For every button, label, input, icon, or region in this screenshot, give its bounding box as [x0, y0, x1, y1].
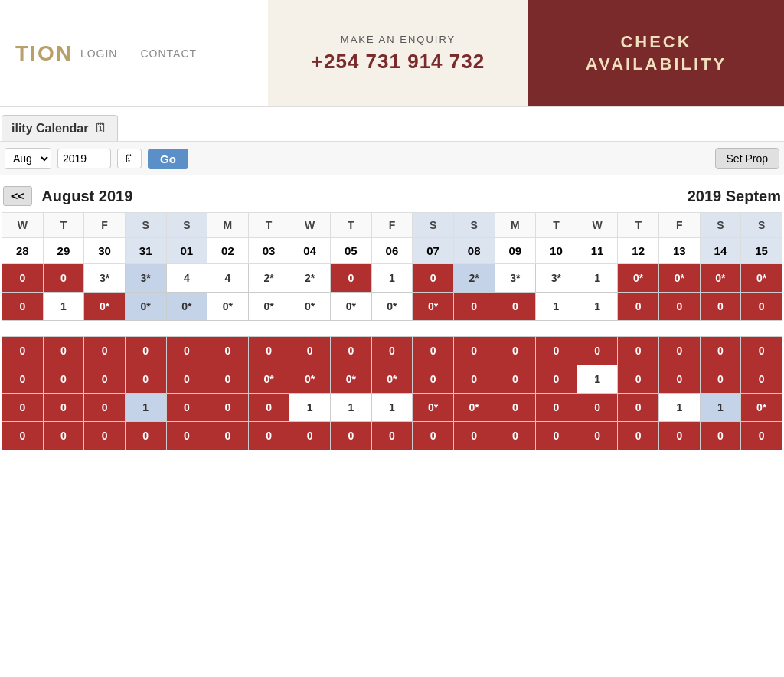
day-header: T: [248, 213, 289, 238]
avail-cell: 0: [125, 422, 166, 450]
nav-login[interactable]: LOGIN: [80, 47, 118, 60]
date-cell[interactable]: 12: [618, 238, 659, 264]
date-cell[interactable]: 10: [536, 238, 577, 264]
avail-cell: 0: [453, 337, 495, 365]
avail-cell: 0: [2, 337, 44, 365]
year-input[interactable]: [57, 149, 111, 168]
avail-cell: 0*: [453, 394, 495, 422]
avail-cell: 0: [618, 337, 659, 365]
avail-cell: 0: [166, 365, 207, 394]
avail-cell: 0: [536, 365, 577, 394]
date-cell[interactable]: 07: [413, 238, 454, 264]
avail-cell: 0: [371, 337, 413, 365]
check-availability-section[interactable]: CHECKAVAILABILITY: [528, 0, 784, 106]
date-cell[interactable]: 01: [166, 238, 207, 264]
avail-cell: 0*: [659, 264, 701, 293]
go-button[interactable]: Go: [148, 149, 188, 169]
set-property-button[interactable]: Set Prop: [715, 148, 779, 169]
avail-cell: 0: [453, 365, 495, 394]
avail-cell: 0: [495, 365, 536, 394]
calendar-grid: WTFSSMTWTFSSMTWTFSS 28293031010203040506…: [2, 212, 782, 321]
nav-contact[interactable]: CONTACT: [140, 47, 197, 60]
avail-cell: 1: [536, 293, 577, 321]
avail-cell: 2*: [453, 264, 495, 293]
prev-month-button[interactable]: <<: [3, 186, 32, 206]
avail-cell: 0*: [289, 293, 331, 321]
month-select[interactable]: JanFebMarApr MayJunJulAug SepOctNovDec: [5, 148, 51, 169]
avail-cell: 0: [2, 293, 44, 321]
avail-cell: 0: [495, 422, 536, 450]
avail-cell: 1: [700, 394, 741, 422]
logo: TION: [15, 41, 73, 66]
date-cell[interactable]: 31: [125, 238, 166, 264]
avail-cell: 0: [659, 337, 701, 365]
date-cell[interactable]: 28: [2, 238, 44, 264]
date-cell[interactable]: 29: [43, 238, 84, 264]
calendar-picker-button[interactable]: 🗓: [117, 149, 142, 168]
avail-cell: 0*: [289, 365, 331, 394]
day-header: T: [536, 213, 577, 238]
date-cell[interactable]: 30: [84, 238, 126, 264]
date-cell[interactable]: 06: [371, 238, 413, 264]
avail-cell: 0: [289, 422, 331, 450]
avail-cell: 0*: [741, 264, 782, 293]
avail-cell: 3*: [125, 264, 166, 293]
avail-cell: 3*: [84, 264, 126, 293]
avail-cell: 1: [125, 394, 166, 422]
date-cell[interactable]: 02: [207, 238, 249, 264]
avail-cell: 0: [618, 293, 659, 321]
calendar-title: ility Calendar: [11, 122, 88, 136]
date-cell[interactable]: 13: [659, 238, 701, 264]
avail-cell: 0: [659, 293, 701, 321]
date-cell[interactable]: 03: [248, 238, 289, 264]
date-cell[interactable]: 14: [700, 238, 741, 264]
avail-cell: 0: [536, 394, 577, 422]
date-cell[interactable]: 05: [331, 238, 372, 264]
avail-cell: 3*: [536, 264, 577, 293]
avail-cell: 0: [453, 422, 495, 450]
avail-cell: 0: [2, 264, 44, 293]
avail-cell: 0: [331, 264, 372, 293]
enquiry-section: MAKE AN ENQUIRY +254 731 914 732: [268, 0, 528, 106]
avail-cell: 0: [700, 365, 741, 394]
avail-cell: 0: [43, 422, 84, 450]
avail-cell: 0: [495, 394, 536, 422]
day-header: W: [2, 213, 44, 238]
date-cell[interactable]: 09: [495, 238, 536, 264]
avail-cell: 0*: [741, 394, 782, 422]
avail-cell: 2*: [248, 264, 289, 293]
day-header: W: [577, 213, 618, 238]
nav-links: LOGIN CONTACT: [80, 47, 197, 60]
avail-cell: 1: [577, 293, 618, 321]
avail-cell: 0: [84, 422, 126, 450]
day-header: M: [207, 213, 249, 238]
avail-cell: 0: [741, 365, 782, 394]
avail-cell: 0: [453, 293, 495, 321]
avail-cell: 0: [2, 422, 44, 450]
avail-cell: 0: [495, 293, 536, 321]
avail-cell: 0: [331, 422, 372, 450]
avail-cell: 0: [618, 422, 659, 450]
avail-cell: 0: [577, 337, 618, 365]
day-header: S: [700, 213, 741, 238]
date-cell[interactable]: 04: [289, 238, 331, 264]
date-cell[interactable]: 15: [741, 238, 782, 264]
calendar-icon: 🗓: [94, 120, 108, 136]
current-month-label: August 2019: [41, 188, 132, 205]
avail-cell: 0*: [413, 293, 454, 321]
avail-cell: 0: [700, 422, 741, 450]
avail-cell: 1: [331, 394, 372, 422]
avail-cell: 0: [371, 422, 413, 450]
avail-cell: 0: [207, 365, 249, 394]
avail-cell: 0*: [207, 293, 249, 321]
avail-cell: 0: [84, 365, 126, 394]
avail-cell: 0: [2, 394, 44, 422]
enquiry-label: MAKE AN ENQUIRY: [341, 34, 456, 45]
avail-cell: 0: [495, 337, 536, 365]
avail-cell: 3*: [495, 264, 536, 293]
avail-cell: 0: [577, 422, 618, 450]
date-cell[interactable]: 11: [577, 238, 618, 264]
avail-cell: 1: [577, 264, 618, 293]
date-cell[interactable]: 08: [453, 238, 495, 264]
avail-cell: 0: [413, 264, 454, 293]
